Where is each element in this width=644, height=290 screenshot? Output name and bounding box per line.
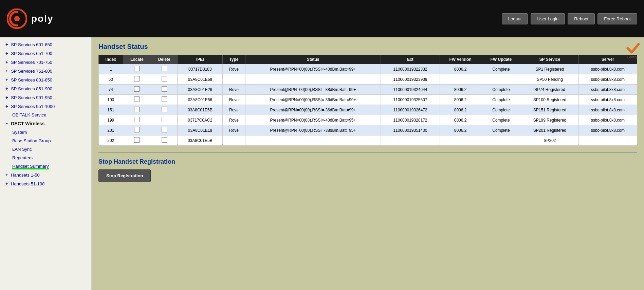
cell-ext: 110000019322332	[381, 64, 440, 74]
sidebar-item-obitalk[interactable]: OBiTALK Service	[0, 111, 91, 119]
sidebar-item-label: Handsets 1-50	[11, 173, 40, 178]
sidebar-item-label: SP Services 851-900	[11, 86, 52, 91]
locate-checkbox[interactable]	[134, 76, 140, 81]
cell-sp-service: SP202	[521, 135, 578, 146]
sidebar-item-repeaters[interactable]: Repeaters	[0, 153, 91, 162]
sidebar-item-label: SP Services 701-750	[11, 60, 52, 65]
expand-icon: +	[5, 172, 8, 178]
svg-point-1	[14, 16, 20, 21]
header-buttons: Logout User Login Reboot Force Reboot	[502, 13, 637, 24]
locate-checkbox[interactable]	[134, 107, 140, 112]
cell-locate[interactable]	[123, 95, 151, 105]
cell-delete[interactable]	[151, 85, 177, 95]
expand-icon: +	[5, 68, 8, 74]
cell-delete[interactable]	[151, 64, 177, 74]
reboot-button[interactable]: Reboot	[568, 13, 595, 24]
cell-locate[interactable]	[123, 125, 151, 135]
cell-fw-version: 8006.2	[440, 85, 481, 95]
locate-checkbox[interactable]	[134, 127, 140, 132]
handset-status-table: Index Locate Delete IPEI Type Status Ext…	[98, 55, 637, 146]
cell-locate[interactable]	[123, 115, 151, 125]
cell-fw-update: Complete	[481, 115, 521, 125]
cell-delete[interactable]	[151, 105, 177, 115]
sidebar-item-lan-sync[interactable]: LAN Sync	[0, 145, 91, 153]
cell-status: Present@RPN=00(08),RSSI=-40dBm,Batt=95+	[245, 115, 381, 125]
cell-delete[interactable]	[151, 115, 177, 125]
delete-checkbox[interactable]	[162, 66, 167, 71]
cell-delete[interactable]	[151, 95, 177, 105]
sidebar-item-sp-901-950[interactable]: + SP Services 901-950	[0, 93, 91, 102]
checkmark-icon	[626, 41, 641, 56]
col-type: Type	[223, 55, 245, 64]
cell-status: Present@RPN=00(00),RSSI=-36dBm,Batt=99+	[245, 105, 381, 115]
delete-checkbox[interactable]	[162, 86, 167, 92]
cell-status	[245, 135, 381, 146]
sidebar-item-sp-851-900[interactable]: + SP Services 851-900	[0, 84, 91, 93]
sidebar-item-handsets-51-100[interactable]: + Handsets 51-100	[0, 179, 91, 188]
sidebar-item-system[interactable]: System	[0, 128, 91, 137]
cell-fw-version: 8006.2	[440, 105, 481, 115]
force-reboot-button[interactable]: Force Reboot	[597, 13, 637, 24]
cell-fw-update	[481, 74, 521, 85]
cell-fw-update: Complete	[481, 95, 521, 105]
cell-type: Rove	[223, 95, 245, 105]
locate-checkbox[interactable]	[134, 117, 140, 122]
delete-checkbox[interactable]	[162, 137, 167, 143]
cell-locate[interactable]	[123, 74, 151, 85]
poly-logo-icon	[7, 8, 27, 29]
col-sp-service: SP Service	[521, 55, 578, 64]
table-row: 7403A8C01E26RovePresent@RPN=00(00),RSSI=…	[99, 85, 637, 95]
sidebar-item-sp-601-650[interactable]: + SP Services 601-650	[0, 40, 91, 49]
delete-checkbox[interactable]	[162, 107, 167, 112]
sidebar-item-handset-summary[interactable]: Handset Summary	[12, 164, 49, 169]
delete-checkbox[interactable]	[162, 127, 167, 132]
sidebar-item-sp-801-850[interactable]: + SP Services 801-850	[0, 75, 91, 84]
cell-fw-update: Complete	[481, 85, 521, 95]
sidebar-item-sp-951-1000[interactable]: + SP Services 951-1000	[0, 102, 91, 111]
cell-type	[223, 135, 245, 146]
cell-server: ssbc-pilot.8x8.com	[578, 64, 637, 74]
table-row: 15103A8C01E6BRovePresent@RPN=00(00),RSSI…	[99, 105, 637, 115]
table-row: 19903717C0AC2RovePresent@RPN=00(08),RSSI…	[99, 115, 637, 125]
cell-delete[interactable]	[151, 74, 177, 85]
sidebar-item-sp-651-700[interactable]: + SP Services 651-700	[0, 49, 91, 58]
cell-sp-service: SP50 Pending	[521, 74, 578, 85]
sidebar-item-label: SP Services 901-950	[11, 95, 52, 100]
locate-checkbox[interactable]	[134, 86, 140, 92]
cell-locate[interactable]	[123, 64, 151, 74]
cell-fw-version: 8006.2	[440, 64, 481, 74]
cell-ipei: 03A8C01E26	[178, 85, 223, 95]
cell-sp-service: SP1 Registered	[521, 64, 578, 74]
user-login-button[interactable]: User Login	[531, 13, 565, 24]
sidebar-item-handsets-1-50[interactable]: + Handsets 1-50	[0, 170, 91, 179]
sidebar-dect-wireless[interactable]: − DECT Wireless	[0, 119, 91, 128]
cell-locate[interactable]	[123, 85, 151, 95]
sidebar-item-base-station-group[interactable]: Base Station Group	[0, 137, 91, 145]
delete-checkbox[interactable]	[162, 96, 167, 102]
sidebar-item-sp-751-800[interactable]: + SP Services 751-800	[0, 67, 91, 75]
delete-checkbox[interactable]	[162, 117, 167, 122]
config-label: Config...	[626, 55, 641, 59]
logo-area: poly	[7, 8, 54, 29]
cell-fw-update: Complete	[481, 105, 521, 115]
logout-button[interactable]: Logout	[502, 13, 528, 24]
delete-checkbox[interactable]	[162, 76, 167, 81]
locate-checkbox[interactable]	[134, 96, 140, 102]
cell-fw-version: 8006.2	[440, 115, 481, 125]
config-icon[interactable]: Config...	[626, 41, 641, 56]
sidebar-item-sp-701-750[interactable]: + SP Services 701-750	[0, 58, 91, 67]
cell-index: 201	[99, 125, 123, 135]
col-delete: Delete	[151, 55, 177, 64]
locate-checkbox[interactable]	[134, 137, 140, 143]
cell-locate[interactable]	[123, 105, 151, 115]
stop-registration-button[interactable]: Stop Registration	[98, 169, 151, 182]
cell-status: Present@RPN=00(00),RSSI=-36dBm,Batt=99+	[245, 95, 381, 105]
cell-server: ssbc-pilot.8x8.com	[578, 125, 637, 135]
locate-checkbox[interactable]	[134, 66, 140, 71]
cell-delete[interactable]	[151, 135, 177, 146]
cell-delete[interactable]	[151, 125, 177, 135]
cell-locate[interactable]	[123, 135, 151, 146]
table-row: 103717D3183RovePresent@RPN=00(00),RSSI=-…	[99, 64, 637, 74]
cell-server: ssbc-pilot.8x8.com	[578, 115, 637, 125]
cell-status	[245, 74, 381, 85]
